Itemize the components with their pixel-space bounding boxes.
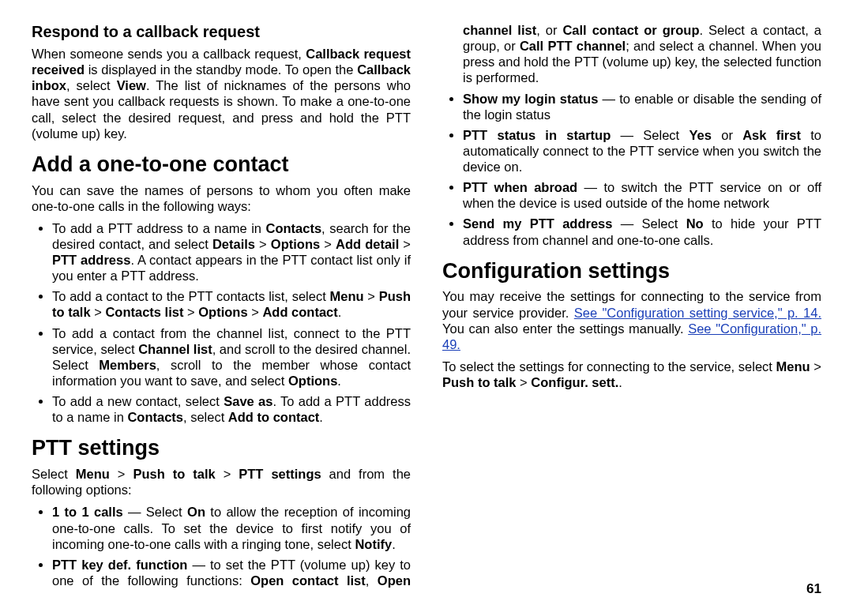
- config-body-2: To select the settings for connecting to…: [442, 359, 821, 390]
- list-item: 1 to 1 calls — Select On to allow the re…: [52, 504, 411, 551]
- heading-add-contact: Add a one-to-one contact: [32, 152, 411, 178]
- add-contact-list: To add a PTT address to a name in Contac…: [32, 220, 411, 426]
- link-config-service[interactable]: See "Configuration setting service," p. …: [574, 306, 821, 320]
- ptt-settings-intro: Select Menu > Push to talk > PTT setting…: [32, 466, 411, 498]
- list-item: To add a contact to the PTT contacts lis…: [52, 288, 411, 320]
- add-contact-intro: You can save the names of persons to who…: [32, 182, 411, 214]
- list-item: To add a PTT address to a name in Contac…: [52, 220, 411, 284]
- list-item: Show my login status — to enable or disa…: [463, 91, 821, 122]
- list-item: Send my PTT address — Select No to hide …: [463, 216, 821, 247]
- manual-page: Respond to a callback request When someo…: [0, 0, 853, 616]
- heading-configuration: Configuration settings: [442, 259, 821, 284]
- list-item: To add a new contact, select Save as. To…: [52, 393, 411, 425]
- heading-respond-callback: Respond to a callback request: [32, 22, 411, 41]
- respond-body: When someone sends you a callback reques…: [32, 46, 411, 141]
- heading-ptt-settings: PTT settings: [32, 436, 411, 461]
- config-body-1: You may receive the settings for connect…: [442, 288, 821, 352]
- list-item: To add a contact from the channel list, …: [52, 325, 411, 389]
- page-number: 61: [802, 581, 821, 597]
- list-item: PTT status in startup — Select Yes or As…: [463, 127, 821, 175]
- list-item: PTT when abroad — to switch the PTT serv…: [463, 179, 821, 211]
